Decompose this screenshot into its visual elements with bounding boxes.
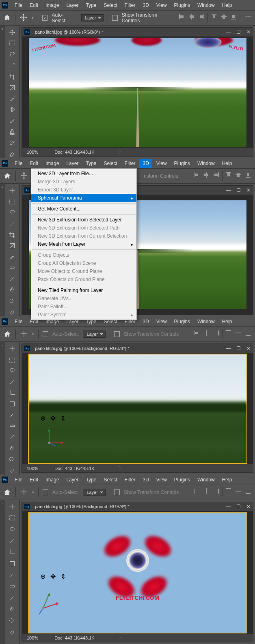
3d-mode-widgets[interactable]: ⊕ ✥ ⇕ (40, 414, 66, 422)
align-hcenter-icon[interactable] (203, 329, 210, 337)
align-left-icon[interactable] (178, 13, 186, 20)
minimize-icon[interactable]: — (226, 29, 231, 35)
chevron-right-icon[interactable]: 〉 (119, 149, 123, 155)
menu-select[interactable]: Select (100, 1, 120, 10)
spherical-view[interactable]: ⊕ ✥ ⇕ (28, 354, 247, 464)
align-left-icon[interactable] (193, 171, 200, 178)
eyedropper-tool-icon[interactable] (8, 411, 17, 419)
align-vcenter-icon[interactable] (235, 171, 242, 178)
maximize-icon[interactable]: ☐ (236, 187, 241, 193)
frame-tool-icon[interactable] (8, 83, 17, 92)
panel-tab-strip[interactable]: » (0, 184, 5, 316)
home-icon[interactable] (3, 172, 11, 180)
align-bottom-icon[interactable] (244, 329, 252, 337)
marquee-tool-icon[interactable] (8, 355, 17, 364)
doc-info[interactable]: Doc: 443.1K/443.1K (54, 635, 94, 640)
menu-plugins[interactable]: Plugins (171, 159, 193, 168)
pan-icon[interactable]: ✥ (50, 414, 56, 422)
align-top-icon[interactable] (210, 13, 218, 20)
menu-item-extrusion-layer[interactable]: New 3D Extrusion from Selected Layer (31, 216, 136, 224)
wand-tool-icon[interactable] (8, 378, 17, 386)
minimize-icon[interactable]: — (226, 346, 231, 351)
menu-item-new-3d-layer[interactable]: New 3D Layer from File... (31, 170, 136, 178)
align-vcenter-icon[interactable] (235, 487, 242, 495)
3d-mode-widgets[interactable]: ⊕ ✥ ⇕ (40, 573, 66, 580)
healing-tool-icon[interactable] (8, 105, 17, 114)
menu-help[interactable]: Help (219, 317, 236, 326)
wand-tool-icon[interactable] (8, 537, 17, 545)
home-icon[interactable] (3, 14, 11, 22)
stamp-tool-icon[interactable] (8, 444, 17, 452)
auto-select-checkbox[interactable] (43, 489, 48, 495)
eraser-tool-icon[interactable] (8, 627, 17, 636)
menu-3d[interactable]: 3D (139, 475, 152, 484)
menu-filter[interactable]: Filter (121, 159, 139, 168)
menu-type[interactable]: Type (82, 1, 99, 10)
layer-dropdown[interactable]: Layer (83, 331, 106, 338)
healing-tool-icon[interactable] (8, 582, 17, 591)
layer-dropdown[interactable]: Layer (83, 489, 106, 496)
healing-tool-icon[interactable] (8, 422, 17, 430)
auto-select-checkbox[interactable] (43, 331, 48, 337)
menu-view[interactable]: View (153, 475, 170, 484)
align-left-icon[interactable] (193, 329, 200, 337)
menu-filter[interactable]: Filter (121, 475, 139, 484)
eyedropper-tool-icon[interactable] (8, 94, 17, 103)
align-hcenter-icon[interactable] (203, 171, 210, 178)
frame-tool-icon[interactable] (8, 559, 17, 568)
orbit-icon[interactable]: ⊕ (40, 414, 45, 422)
menu-image[interactable]: Image (42, 475, 62, 484)
align-hcenter-icon[interactable] (203, 487, 210, 495)
lasso-tool-icon[interactable] (8, 367, 17, 375)
align-bottom-icon[interactable] (244, 487, 252, 495)
menu-filter[interactable]: Filter (121, 1, 139, 10)
orbit-icon[interactable]: ⊕ (40, 573, 45, 580)
lasso-tool-icon[interactable] (8, 50, 17, 59)
menu-layer[interactable]: Layer (63, 475, 82, 484)
align-bottom-icon[interactable] (244, 171, 252, 178)
layer-dropdown[interactable]: Layer (81, 14, 104, 21)
more-icon[interactable] (244, 13, 252, 20)
close-icon[interactable]: ✕ (246, 187, 251, 193)
menu-window[interactable]: Window (194, 159, 218, 168)
close-icon[interactable]: ✕ (246, 346, 251, 351)
menu-window[interactable]: Window (194, 1, 218, 10)
eraser-tool-icon[interactable] (8, 308, 17, 316)
brush-tool-icon[interactable] (8, 433, 17, 441)
lasso-tool-icon[interactable] (8, 525, 17, 534)
align-hcenter-icon[interactable] (188, 13, 195, 20)
menu-plugins[interactable]: Plugins (171, 475, 193, 484)
menu-view[interactable]: View (153, 1, 170, 10)
history-brush-tool-icon[interactable] (8, 616, 17, 625)
menu-view[interactable]: View (153, 317, 170, 326)
menu-type[interactable]: Type (82, 159, 99, 168)
chevron-right-icon[interactable]: 〉 (119, 466, 123, 471)
stamp-tool-icon[interactable] (8, 286, 17, 294)
move-tool-icon[interactable] (8, 502, 17, 511)
healing-tool-icon[interactable] (8, 264, 17, 272)
minimize-icon[interactable]: — (226, 187, 231, 193)
zoom-level[interactable]: 100% (27, 150, 38, 155)
pan-icon[interactable]: ✥ (50, 573, 56, 580)
align-vcenter-icon[interactable] (220, 13, 227, 20)
eyedropper-tool-icon[interactable] (8, 571, 17, 580)
menu-3d[interactable]: 3D (139, 159, 152, 168)
show-transform-checkbox[interactable] (112, 15, 117, 21)
close-icon[interactable]: ✕ (246, 29, 251, 35)
menu-item-get-more-content[interactable]: Get More Content... (31, 205, 136, 213)
doc-info[interactable]: Doc: 443.1K/443.1K (54, 466, 94, 471)
home-icon[interactable] (3, 488, 11, 496)
dolly-icon[interactable]: ⇕ (61, 414, 66, 422)
frame-tool-icon[interactable] (8, 399, 17, 408)
dolly-icon[interactable]: ⇕ (61, 573, 66, 580)
zoom-level[interactable]: 100% (27, 635, 38, 640)
menu-plugins[interactable]: Plugins (171, 1, 193, 10)
chevron-right-icon[interactable]: 〉 (119, 635, 123, 641)
align-vcenter-icon[interactable] (235, 329, 242, 337)
show-transform-checkbox[interactable] (114, 331, 120, 337)
align-right-icon[interactable] (212, 171, 220, 178)
menu-edit[interactable]: Edit (26, 159, 41, 168)
menu-image[interactable]: Image (42, 1, 62, 10)
eraser-tool-icon[interactable] (8, 466, 17, 474)
menu-layer[interactable]: Layer (63, 159, 82, 168)
